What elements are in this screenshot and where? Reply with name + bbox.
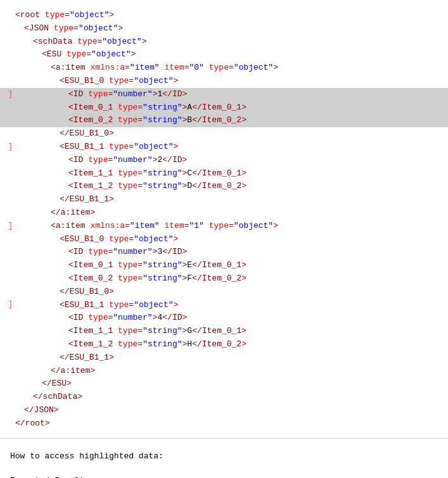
code-line: </a:item>: [0, 206, 448, 220]
code-line: <Item_1_1 type="string">C</Item_0_1>: [0, 167, 448, 180]
code-area: <root type="object"><JSON type="object">…: [0, 6, 448, 433]
line-gutter: ]: [5, 220, 13, 232]
line-content: </schData>: [15, 391, 82, 404]
code-line: <Item_0_2 type="string">B</Item_0_2>: [0, 114, 448, 127]
code-line: <root type="object">: [0, 9, 448, 22]
prose-area: How to access highlighted data: Expected…: [0, 444, 448, 479]
line-content: <ID type="number">1</ID>: [15, 88, 187, 101]
line-content: <Item_1_2 type="string">H</Item_0_2>: [15, 338, 246, 351]
code-line: <Item_1_1 type="string">G</Item_0_1>: [0, 325, 448, 338]
line-content: <ESU_B1_1 type="object">: [15, 299, 178, 312]
code-line: <Item_0_2 type="string">F</Item_0_2>: [0, 272, 448, 286]
line-content: <Item_0_2 type="string">F</Item_0_2>: [15, 272, 246, 286]
code-line: </ESU_B1_0>: [0, 286, 448, 299]
code-line: </schData>: [0, 391, 448, 404]
code-line: </ESU_B1_1>: [0, 351, 448, 365]
line-content: </ESU_B1_1>: [15, 351, 114, 365]
line-content: <root type="object">: [15, 9, 114, 22]
line-content: <a:item xmlns:a="item" item="1" type="ob…: [15, 220, 278, 233]
line-content: <Item_0_1 type="string">E</Item_0_1>: [15, 259, 246, 272]
line-content: <a:item xmlns:a="item" item="0" type="ob…: [15, 61, 278, 75]
code-line: </JSON>: [0, 404, 448, 417]
line-gutter: ]: [5, 141, 13, 153]
code-line: <schData type="object">: [0, 35, 448, 49]
line-content: <Item_0_2 type="string">B</Item_0_2>: [15, 114, 246, 127]
line-content: <ID type="number">2</ID>: [15, 154, 187, 167]
code-line: <ID type="number">2</ID>: [0, 154, 448, 167]
code-line: ]<ESU_B1_1 type="object">: [0, 141, 448, 154]
line-content: <ID type="number">3</ID>: [15, 246, 187, 259]
code-line: <Item_1_2 type="string">H</Item_0_2>: [0, 338, 448, 351]
line-content: <Item_1_1 type="string">C</Item_0_1>: [15, 167, 246, 180]
line-content: </a:item>: [15, 206, 95, 220]
line-content: </ESU_B1_0>: [15, 286, 114, 299]
line-content: </ESU_B1_0>: [15, 127, 114, 141]
section-divider: [0, 438, 448, 439]
code-line: </ESU_B1_1>: [0, 193, 448, 206]
line-content: </root>: [15, 417, 50, 431]
code-line: <ESU_B1_0 type="object">: [0, 75, 448, 88]
line-content: <Item_0_1 type="string">A</Item_0_1>: [15, 101, 246, 115]
line-content: <ESU_B1_1 type="object">: [15, 141, 178, 154]
question-text: How to access highlighted data:: [10, 449, 438, 463]
code-line: <Item_0_1 type="string">E</Item_0_1>: [0, 259, 448, 272]
line-gutter: ]: [5, 299, 13, 311]
code-line: <ID type="number">3</ID>: [0, 246, 448, 259]
code-line: </ESU_B1_0>: [0, 127, 448, 141]
line-content: <schData type="object">: [15, 35, 147, 49]
code-line: </root>: [0, 417, 448, 431]
code-line: <ESU_B1_0 type="object">: [0, 233, 448, 246]
expected-label: Expected Result:: [10, 474, 438, 478]
line-content: </ESU>: [15, 377, 72, 391]
line-content: </a:item>: [15, 365, 95, 378]
code-line: <ESU type="object">: [0, 48, 448, 61]
code-line: ]<ESU_B1_1 type="object">: [0, 299, 448, 312]
line-gutter: ]: [5, 89, 13, 101]
line-content: <ID type="number">4</ID>: [15, 311, 187, 325]
line-content: </ESU_B1_1>: [15, 193, 114, 206]
line-content: <ESU_B1_0 type="object">: [15, 233, 178, 246]
code-line: </a:item>: [0, 365, 448, 378]
line-content: <ESU type="object">: [15, 48, 136, 61]
code-line: <a:item xmlns:a="item" item="0" type="ob…: [0, 61, 448, 75]
code-line: <Item_1_2 type="string">D</Item_0_2>: [0, 180, 448, 193]
line-content: </JSON>: [15, 404, 59, 417]
code-line: ]<a:item xmlns:a="item" item="1" type="o…: [0, 220, 448, 233]
code-line: <ID type="number">4</ID>: [0, 311, 448, 325]
code-line: <JSON type="object">: [0, 22, 448, 35]
line-content: <ESU_B1_0 type="object">: [15, 75, 178, 88]
line-content: <JSON type="object">: [15, 22, 123, 35]
line-content: <Item_1_1 type="string">G</Item_0_1>: [15, 325, 246, 338]
line-content: <Item_1_2 type="string">D</Item_0_2>: [15, 180, 246, 193]
code-line: <Item_0_1 type="string">A</Item_0_1>: [0, 101, 448, 115]
code-line: </ESU>: [0, 377, 448, 391]
code-line: ]<ID type="number">1</ID>: [0, 88, 448, 101]
